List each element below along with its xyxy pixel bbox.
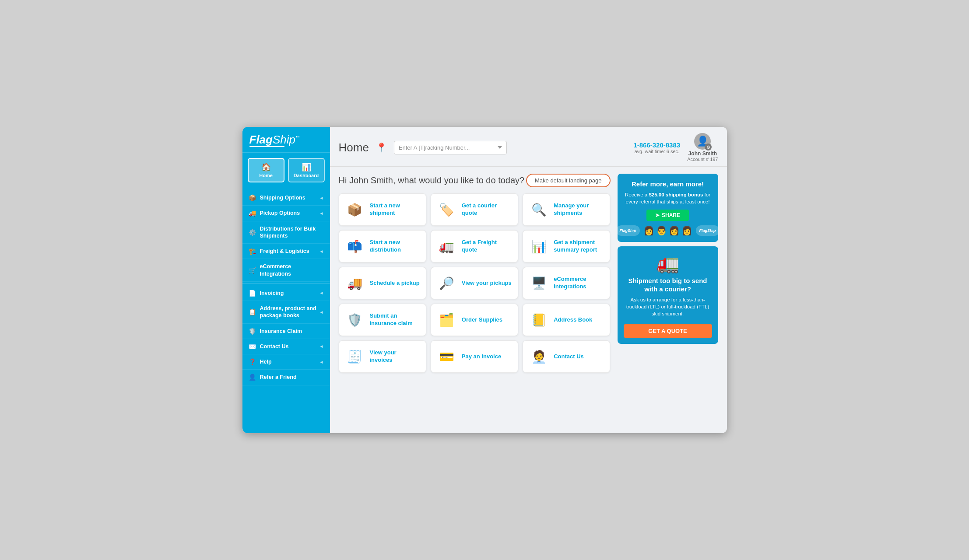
pickup-icon: 🚚 [249,210,256,217]
share-button[interactable]: ➤ SHARE [646,210,689,221]
dashboard-nav-label: Dashboard [294,173,319,178]
home-nav-button[interactable]: 🏠 Home [248,158,284,182]
share-button-label: SHARE [662,212,680,218]
home-left: Hi John Smith, what would you like to do… [339,174,611,426]
action-card-order-supplies[interactable]: 🗂️ Order Supplies [431,304,518,336]
action-card-label: Order Supplies [462,316,502,324]
tracking-container: Enter A [T]racking Number... [394,141,507,154]
ecommerce-icon: 🛒 [249,267,256,274]
sidebar-item-ecommerce[interactable]: 🛒 eCommerce Integrations [242,259,330,282]
phone-number[interactable]: 1-866-320-8383 [633,141,680,149]
freight-icon: 🏗️ [249,248,256,255]
distributions-icon: ⚙️ [249,229,256,236]
action-card-view-pickups[interactable]: 🔎 View your pickups [431,267,518,299]
greeting-row: Hi John Smith, what would you like to do… [339,174,611,187]
menu-divider [242,284,330,284]
sidebar-item-label: Distributions for Bulk Shipments [260,225,324,240]
tracking-select[interactable]: Enter A [T]racking Number... [394,141,507,154]
promo-people: FlagShip 👩 👨 👩 👩 FlagShip [624,225,712,236]
action-card-label: Start a new distribution [370,239,420,254]
chevron-right-icon: ◄ [319,290,324,295]
sidebar-item-help[interactable]: ❓ Help ◄ [242,354,330,370]
contact-us-icon: 🧑‍💼 [529,347,548,366]
logo-text: FlagShip™ [249,134,323,145]
action-card-freight-quote[interactable]: 🚛 Get a Freight quote [431,230,518,262]
contact-icon: ✉️ [249,343,256,350]
gear-icon: ⚙ [705,144,712,150]
sidebar-item-pickup-options[interactable]: 🚚 Pickup Options ◄ [242,206,330,221]
action-card-ecommerce[interactable]: 🖥️ eCommerce Integrations [523,267,610,299]
person-bubble-2: FlagShip [696,225,718,236]
sidebar-item-contact[interactable]: ✉️ Contact Us ◄ [242,339,330,354]
courier-quote-icon: 🏷️ [437,200,456,219]
promo2-text: Ask us to arrange for a less-than-truckl… [624,296,712,317]
action-card-contact-us[interactable]: 🧑‍💼 Contact Us [523,340,610,373]
action-grid: 📦 Start a new shipment 🏷️ Get a courier … [339,193,611,373]
sidebar-item-label: Invoicing [260,290,319,297]
sidebar: FlagShip™ 🏠 Home 📊 Dashboard 📦 Shipping … [242,127,330,433]
sidebar-item-label: Freight & Logistics [260,248,319,255]
sidebar-item-label: Pickup Options [260,210,319,217]
action-card-address-book[interactable]: 📒 Address Book [523,304,610,336]
address-books-icon: 📋 [249,308,256,315]
sidebar-item-shipping-options[interactable]: 📦 Shipping Options ◄ [242,190,330,206]
action-card-distribution[interactable]: 📫 Start a new distribution [339,230,426,262]
action-card-label: Schedule a pickup [370,280,420,287]
sidebar-item-refer[interactable]: 👤 Refer a Friend [242,370,330,385]
chevron-right-icon: ◄ [319,196,324,200]
action-card-start-shipment[interactable]: 📦 Start a new shipment [339,193,426,226]
default-landing-button[interactable]: Make default landing page [526,174,611,187]
header: Home 📍 Enter A [T]racking Number... 1-86… [330,127,727,167]
sidebar-item-freight[interactable]: 🏗️ Freight & Logistics ◄ [242,244,330,259]
sidebar-item-label: Contact Us [260,343,319,350]
action-card-label: View your invoices [370,349,420,364]
action-card-label: View your pickups [462,280,512,287]
get-quote-button[interactable]: GET A QUOTE [624,324,712,338]
action-card-courier-quote[interactable]: 🏷️ Get a courier quote [431,193,518,226]
page-title: Home [339,141,369,154]
sidebar-item-invoicing[interactable]: 📄 Invoicing ◄ [242,286,330,301]
contact-info: 1-866-320-8383 avg. wait time: 6 sec. [633,141,680,154]
schedule-pickup-icon: 🚚 [345,273,365,293]
help-icon: ❓ [249,358,256,365]
sidebar-item-address-books[interactable]: 📋 Address, product and package books ◄ [242,301,330,324]
sidebar-item-label: Address, product and package books [260,305,319,319]
address-book-icon: 📒 [529,310,548,329]
action-card-label: Get a shipment summary report [554,239,604,254]
action-card-label: Submit an insurance claim [370,312,420,327]
chevron-right-icon: ◄ [319,360,324,364]
sidebar-item-distributions[interactable]: ⚙️ Distributions for Bulk Shipments [242,221,330,244]
start-shipment-icon: 📦 [345,200,365,219]
home-icon: 🏠 [250,162,282,172]
logo-underline [249,146,284,147]
truck-icon: 🚛 [624,252,712,274]
sidebar-item-label: Refer a Friend [260,374,324,381]
action-card-label: Contact Us [554,353,584,360]
action-card-label: Address Book [554,316,592,324]
person-bubble-1: FlagShip [618,225,640,236]
share-arrow-icon: ➤ [655,212,660,218]
dashboard-nav-button[interactable]: 📊 Dashboard [288,158,325,182]
chevron-right-icon: ◄ [319,211,324,216]
action-card-manage-shipments[interactable]: 🔍 Manage your shipments [523,193,610,226]
sidebar-item-insurance[interactable]: 🛡️ Insurance Claim [242,324,330,339]
action-card-insurance[interactable]: 🛡️ Submit an insurance claim [339,304,426,336]
sidebar-item-label: Shipping Options [260,194,319,201]
order-supplies-icon: 🗂️ [437,310,456,329]
insurance-card-icon: 🛡️ [345,310,365,329]
promo2-title: Shipment too big to send with a courier? [624,276,712,294]
user-menu[interactable]: 👤 ⚙ John Smith Account # 197 [687,133,718,162]
action-card-view-invoices[interactable]: 🧾 View your invoices [339,340,426,373]
flagship-logo-right: FlagShip [699,228,716,233]
action-card-schedule-pickup[interactable]: 🚚 Schedule a pickup [339,267,426,299]
greeting: Hi John Smith, what would you like to do… [339,175,525,186]
sidebar-item-label: Help [260,358,319,365]
action-card-pay-invoice[interactable]: 💳 Pay an invoice [431,340,518,373]
action-card-summary-report[interactable]: 📊 Get a shipment summary report [523,230,610,262]
promo-title: Refer more, earn more! [624,180,712,189]
sidebar-menu: 📦 Shipping Options ◄ 🚚 Pickup Options ◄ … [242,188,330,433]
chevron-right-icon: ◄ [319,249,324,254]
distribution-icon: 📫 [345,237,365,256]
sidebar-item-label: eCommerce Integrations [260,263,324,277]
insurance-icon: 🛡️ [249,328,256,335]
